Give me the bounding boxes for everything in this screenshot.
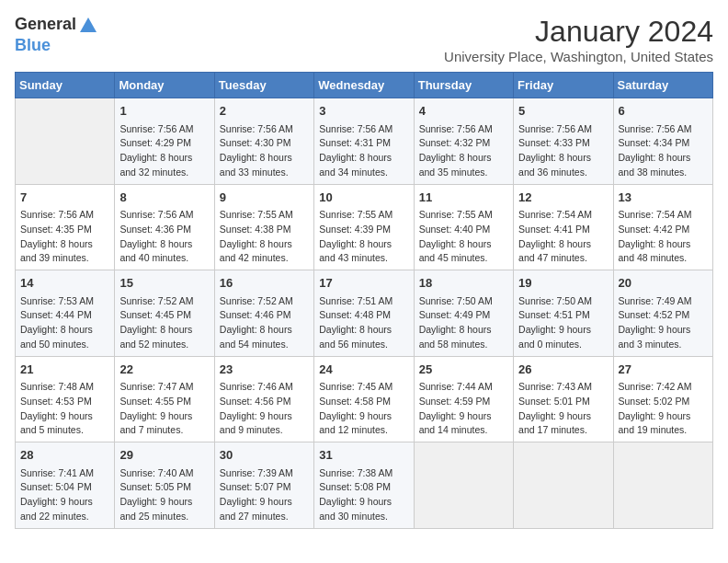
day-number: 31	[319, 446, 408, 465]
logo-general-text: General	[15, 15, 98, 36]
calendar-cell	[414, 442, 513, 529]
day-header-friday: Friday	[514, 73, 613, 98]
cell-content: Sunrise: 7:56 AM Sunset: 4:34 PM Dayligh…	[619, 122, 708, 180]
cell-content: Sunrise: 7:40 AM Sunset: 5:05 PM Dayligh…	[119, 466, 209, 524]
calendar-cell: 22Sunrise: 7:47 AM Sunset: 4:55 PM Dayli…	[115, 356, 214, 442]
cell-content: Sunrise: 7:49 AM Sunset: 4:52 PM Dayligh…	[619, 294, 708, 352]
week-row-2: 7Sunrise: 7:56 AM Sunset: 4:35 PM Daylig…	[16, 184, 713, 270]
cell-content: Sunrise: 7:56 AM Sunset: 4:31 PM Dayligh…	[319, 122, 408, 180]
calendar-table: SundayMondayTuesdayWednesdayThursdayFrid…	[15, 72, 713, 529]
calendar-cell: 31Sunrise: 7:38 AM Sunset: 5:08 PM Dayli…	[314, 442, 414, 529]
cell-content: Sunrise: 7:42 AM Sunset: 5:02 PM Dayligh…	[619, 380, 708, 438]
cell-content: Sunrise: 7:41 AM Sunset: 5:04 PM Dayligh…	[20, 466, 109, 524]
week-row-5: 28Sunrise: 7:41 AM Sunset: 5:04 PM Dayli…	[16, 442, 713, 529]
day-number: 21	[20, 361, 109, 379]
cell-content: Sunrise: 7:55 AM Sunset: 4:39 PM Dayligh…	[319, 208, 408, 266]
logo: General Blue	[15, 15, 98, 55]
calendar-cell: 2Sunrise: 7:56 AM Sunset: 4:30 PM Daylig…	[214, 98, 313, 185]
calendar-cell: 11Sunrise: 7:55 AM Sunset: 4:40 PM Dayli…	[414, 184, 513, 270]
cell-content: Sunrise: 7:50 AM Sunset: 4:49 PM Dayligh…	[419, 294, 508, 352]
calendar-cell	[613, 442, 712, 529]
day-number: 26	[518, 361, 608, 379]
cell-content: Sunrise: 7:53 AM Sunset: 4:44 PM Dayligh…	[20, 294, 109, 352]
day-number: 30	[220, 446, 309, 465]
calendar-cell: 4Sunrise: 7:56 AM Sunset: 4:32 PM Daylig…	[414, 98, 513, 185]
week-row-1: 1Sunrise: 7:56 AM Sunset: 4:29 PM Daylig…	[16, 98, 713, 185]
cell-content: Sunrise: 7:51 AM Sunset: 4:48 PM Dayligh…	[319, 294, 408, 352]
calendar-cell: 9Sunrise: 7:55 AM Sunset: 4:38 PM Daylig…	[214, 184, 313, 270]
svg-marker-0	[80, 17, 97, 32]
cell-content: Sunrise: 7:38 AM Sunset: 5:08 PM Dayligh…	[319, 466, 408, 524]
day-number: 25	[419, 361, 508, 379]
day-number: 19	[518, 274, 608, 293]
header-row: SundayMondayTuesdayWednesdayThursdayFrid…	[16, 73, 713, 98]
day-number: 20	[619, 274, 708, 293]
day-header-sunday: Sunday	[16, 73, 115, 98]
day-header-tuesday: Tuesday	[214, 73, 313, 98]
cell-content: Sunrise: 7:46 AM Sunset: 4:56 PM Dayligh…	[220, 380, 309, 438]
cell-content: Sunrise: 7:48 AM Sunset: 4:53 PM Dayligh…	[20, 380, 109, 438]
day-number: 3	[319, 102, 408, 121]
calendar-cell: 12Sunrise: 7:54 AM Sunset: 4:41 PM Dayli…	[514, 184, 613, 270]
calendar-cell: 6Sunrise: 7:56 AM Sunset: 4:34 PM Daylig…	[613, 98, 712, 185]
day-number: 1	[119, 102, 209, 121]
calendar-cell: 26Sunrise: 7:43 AM Sunset: 5:01 PM Dayli…	[514, 356, 613, 442]
cell-content: Sunrise: 7:45 AM Sunset: 4:58 PM Dayligh…	[319, 380, 408, 438]
cell-content: Sunrise: 7:52 AM Sunset: 4:46 PM Dayligh…	[220, 294, 309, 352]
day-number: 8	[119, 189, 209, 207]
day-header-saturday: Saturday	[613, 73, 712, 98]
calendar-cell: 14Sunrise: 7:53 AM Sunset: 4:44 PM Dayli…	[16, 270, 115, 357]
location-title: University Place, Washington, United Sta…	[444, 49, 713, 64]
cell-content: Sunrise: 7:44 AM Sunset: 4:59 PM Dayligh…	[419, 380, 508, 438]
cell-content: Sunrise: 7:39 AM Sunset: 5:07 PM Dayligh…	[220, 466, 309, 524]
day-number: 28	[20, 446, 109, 465]
day-header-thursday: Thursday	[414, 73, 513, 98]
calendar-cell: 8Sunrise: 7:56 AM Sunset: 4:36 PM Daylig…	[115, 184, 214, 270]
calendar-cell: 18Sunrise: 7:50 AM Sunset: 4:49 PM Dayli…	[414, 270, 513, 357]
calendar-cell: 27Sunrise: 7:42 AM Sunset: 5:02 PM Dayli…	[613, 356, 712, 442]
cell-content: Sunrise: 7:52 AM Sunset: 4:45 PM Dayligh…	[119, 294, 209, 352]
calendar-cell: 5Sunrise: 7:56 AM Sunset: 4:33 PM Daylig…	[514, 98, 613, 185]
cell-content: Sunrise: 7:56 AM Sunset: 4:35 PM Dayligh…	[20, 208, 109, 266]
cell-content: Sunrise: 7:56 AM Sunset: 4:30 PM Dayligh…	[220, 122, 309, 180]
day-number: 12	[518, 189, 608, 207]
day-number: 23	[220, 361, 309, 379]
cell-content: Sunrise: 7:54 AM Sunset: 4:41 PM Dayligh…	[518, 208, 608, 266]
calendar-cell: 19Sunrise: 7:50 AM Sunset: 4:51 PM Dayli…	[514, 270, 613, 357]
calendar-header: SundayMondayTuesdayWednesdayThursdayFrid…	[16, 73, 713, 98]
week-row-4: 21Sunrise: 7:48 AM Sunset: 4:53 PM Dayli…	[16, 356, 713, 442]
logo-blue-text: Blue	[15, 36, 51, 54]
header: General Blue January 2024 University Pla…	[15, 15, 713, 64]
day-number: 4	[419, 102, 508, 121]
calendar-cell	[16, 98, 115, 185]
day-number: 9	[220, 189, 309, 207]
cell-content: Sunrise: 7:50 AM Sunset: 4:51 PM Dayligh…	[518, 294, 608, 352]
calendar-cell: 24Sunrise: 7:45 AM Sunset: 4:58 PM Dayli…	[314, 356, 414, 442]
day-number: 10	[319, 189, 408, 207]
calendar-cell: 16Sunrise: 7:52 AM Sunset: 4:46 PM Dayli…	[214, 270, 313, 357]
day-number: 16	[220, 274, 309, 293]
calendar-cell: 17Sunrise: 7:51 AM Sunset: 4:48 PM Dayli…	[314, 270, 414, 357]
cell-content: Sunrise: 7:56 AM Sunset: 4:33 PM Dayligh…	[518, 122, 608, 180]
calendar-body: 1Sunrise: 7:56 AM Sunset: 4:29 PM Daylig…	[16, 98, 713, 529]
day-number: 7	[20, 189, 109, 207]
day-number: 13	[619, 189, 708, 207]
calendar-cell: 23Sunrise: 7:46 AM Sunset: 4:56 PM Dayli…	[214, 356, 313, 442]
logo-icon	[78, 16, 98, 36]
day-number: 5	[518, 102, 608, 121]
calendar-cell: 28Sunrise: 7:41 AM Sunset: 5:04 PM Dayli…	[16, 442, 115, 529]
calendar-cell: 10Sunrise: 7:55 AM Sunset: 4:39 PM Dayli…	[314, 184, 414, 270]
day-number: 24	[319, 361, 408, 379]
day-number: 22	[119, 361, 209, 379]
calendar-cell: 1Sunrise: 7:56 AM Sunset: 4:29 PM Daylig…	[115, 98, 214, 185]
calendar-cell: 30Sunrise: 7:39 AM Sunset: 5:07 PM Dayli…	[214, 442, 313, 529]
calendar-cell: 3Sunrise: 7:56 AM Sunset: 4:31 PM Daylig…	[314, 98, 414, 185]
day-number: 6	[619, 102, 708, 121]
calendar-cell: 7Sunrise: 7:56 AM Sunset: 4:35 PM Daylig…	[16, 184, 115, 270]
calendar-cell: 15Sunrise: 7:52 AM Sunset: 4:45 PM Dayli…	[115, 270, 214, 357]
calendar-cell	[514, 442, 613, 529]
cell-content: Sunrise: 7:54 AM Sunset: 4:42 PM Dayligh…	[619, 208, 708, 266]
day-number: 17	[319, 274, 408, 293]
day-number: 2	[220, 102, 309, 121]
week-row-3: 14Sunrise: 7:53 AM Sunset: 4:44 PM Dayli…	[16, 270, 713, 357]
